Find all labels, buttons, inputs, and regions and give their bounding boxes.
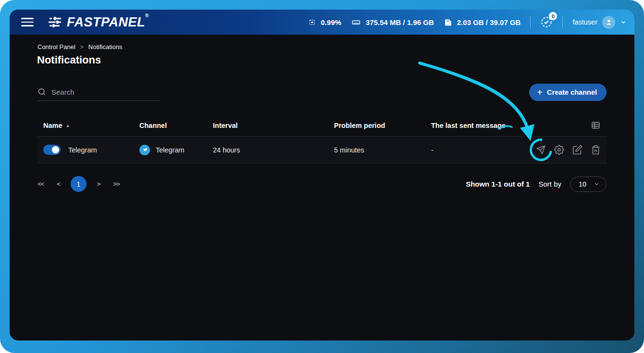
fastpanel-app: FASTPANEL® 0.99% 375.54 MB / 1.96 GB (10, 10, 634, 340)
table-row: Telegram Telegram 24 hours 5 minutes - (37, 136, 607, 164)
search-box (37, 88, 161, 101)
trash-icon (591, 145, 601, 155)
chevron-down-icon (620, 19, 627, 25)
footer-clipped-text: HELP US IMPROVE FASTPANEL — SHARE YOUR O… (127, 340, 396, 340)
username: fastuser (572, 18, 597, 26)
user-avatar (602, 16, 615, 29)
cpu-chip-icon (308, 18, 317, 27)
disk-usage-stat: 2.03 GB / 39.07 GB (444, 18, 521, 27)
column-header-problem-period[interactable]: Problem period (328, 122, 425, 129)
plus-icon: + (537, 88, 543, 97)
person-icon (605, 18, 613, 26)
topbar-status-area: 0.99% 375.54 MB / 1.96 GB 2.03 GB / 39.0… (308, 16, 627, 29)
menu-hamburger-icon[interactable] (21, 18, 34, 26)
topbar-divider (562, 16, 563, 28)
disk-usage-value: 2.03 GB / 39.07 GB (457, 18, 521, 26)
channel-enabled-toggle[interactable] (43, 145, 61, 155)
browser-frame: FASTPANEL® 0.99% 375.54 MB / 1.96 GB (0, 0, 644, 353)
cpu-usage-stat: 0.99% (308, 18, 342, 27)
notifications-table: Name ▲ Channel Interval Problem period T… (37, 116, 607, 164)
pagination-first-button[interactable]: << (37, 180, 44, 188)
interval-value: 24 hours (207, 146, 328, 154)
telegram-icon (139, 145, 150, 155)
column-header-interval[interactable]: Interval (207, 122, 328, 129)
column-header-channel[interactable]: Channel (134, 122, 207, 129)
toggle-knob (52, 146, 59, 153)
search-icon (37, 88, 46, 96)
table-columns-icon (591, 120, 601, 130)
delete-channel-button[interactable] (591, 145, 601, 155)
column-settings-button[interactable] (591, 120, 601, 130)
logo-text: FASTPANEL® (67, 15, 149, 30)
top-bar: FASTPANEL® 0.99% 375.54 MB / 1.96 GB (10, 10, 634, 35)
fastpanel-logo-icon (48, 16, 62, 28)
sort-asc-icon: ▲ (66, 123, 70, 128)
toolbar: + Create channel (37, 84, 607, 101)
shown-count-text: Shown 1-1 out of 1 (466, 180, 530, 188)
pagination-prev-button[interactable]: < (57, 180, 60, 188)
column-header-last-sent[interactable]: The last sent message (425, 122, 534, 129)
registered-mark: ® (145, 13, 149, 18)
breadcrumb-notifications: Notifications (88, 43, 123, 50)
fastpanel-logo[interactable]: FASTPANEL® (48, 15, 149, 30)
breadcrumb: Control Panel > Notifications (37, 43, 634, 50)
pagination-row: << < 1 > >> Shown 1-1 out of 1 Sort by 1… (37, 176, 607, 192)
problem-period-value: 5 minutes (328, 146, 425, 154)
table-header-row: Name ▲ Channel Interval Problem period T… (37, 116, 607, 136)
channel-name: Telegram (68, 146, 97, 154)
sort-by-label: Sort by (538, 180, 561, 188)
send-test-notification-button[interactable] (536, 145, 546, 155)
disk-storage-icon (444, 18, 453, 27)
per-page-select[interactable]: 10 (570, 176, 607, 192)
per-page-value: 10 (579, 180, 586, 188)
pagination-summary: Shown 1-1 out of 1 Sort by 10 (466, 176, 607, 192)
cpu-usage-value: 0.99% (321, 18, 342, 26)
gear-icon (554, 145, 564, 155)
breadcrumb-separator: > (80, 44, 84, 50)
edit-channel-button[interactable] (572, 145, 582, 155)
pagination-next-button[interactable]: > (97, 180, 100, 188)
breadcrumb-control-panel[interactable]: Control Panel (37, 43, 75, 50)
column-header-name[interactable]: Name ▲ (37, 122, 134, 129)
search-input[interactable] (51, 88, 161, 96)
tasks-indicator[interactable]: 0 (540, 16, 553, 28)
row-actions (534, 145, 607, 155)
tasks-count-badge: 0 (549, 12, 557, 20)
channel-settings-button[interactable] (554, 145, 564, 155)
pagination-last-button[interactable]: >> (113, 180, 119, 188)
edit-pencil-icon (572, 145, 582, 155)
pagination-page-1[interactable]: 1 (71, 176, 87, 192)
user-menu[interactable]: fastuser (572, 16, 627, 29)
chevron-down-icon (594, 181, 600, 187)
topbar-divider (530, 16, 531, 28)
ram-usage-value: 375.54 MB / 1.96 GB (366, 18, 434, 26)
last-sent-message-value: - (425, 146, 534, 154)
create-channel-button[interactable]: + Create channel (529, 84, 607, 101)
page-title: Notifications (37, 54, 634, 66)
send-icon (536, 145, 546, 155)
channel-type: Telegram (156, 146, 185, 154)
ram-memory-icon (351, 18, 361, 27)
ram-usage-stat: 375.54 MB / 1.96 GB (351, 18, 434, 27)
